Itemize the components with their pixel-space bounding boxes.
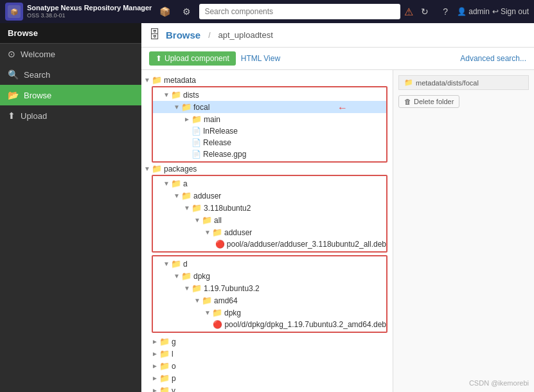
tree-label-packages: packages — [164, 165, 197, 174]
toggle-amd64[interactable]: ▼ — [194, 297, 202, 304]
sidebar-item-welcome[interactable]: ⊙ Welcome — [0, 44, 141, 64]
toggle-metadata[interactable]: ▼ — [144, 76, 152, 84]
tree-label-a: a — [183, 179, 188, 188]
toggle-dists[interactable]: ▼ — [163, 91, 171, 98]
home-icon-btn[interactable]: 📦 — [156, 3, 174, 21]
delete-folder-button[interactable]: 🗑 Delete folder — [398, 95, 459, 108]
tree-row-a[interactable]: ▼ 📁 a — [153, 177, 386, 190]
sidebar-item-browse[interactable]: 📂 Browse — [0, 85, 141, 105]
tree-label-v: v — [172, 386, 175, 393]
topnav-right: ⚠ ↻ ? 👤 admin ↩ Sign out — [404, 3, 529, 21]
tree-row-release-gpg[interactable]: 📄 Release.gpg — [153, 148, 386, 160]
tree-row-dists[interactable]: ▼ 📁 dists — [153, 89, 386, 101]
tree-label-1197: 1.19.7ubuntu3.2 — [204, 284, 260, 293]
html-view-button[interactable]: HTML View — [241, 54, 280, 63]
tree-row-amd64[interactable]: ▼ 📁 amd64 — [153, 294, 386, 307]
toggle-a[interactable]: ▼ — [163, 180, 171, 187]
folder-icon-adduser: 📁 — [181, 191, 191, 200]
tree-label-3118: 3.118ubuntu2 — [204, 204, 251, 213]
toggle-main[interactable]: ► — [184, 116, 191, 123]
tree-row-focal[interactable]: ▼ 📁 focal ← — [153, 101, 386, 113]
search-input[interactable] — [199, 4, 400, 19]
toggle-focal[interactable]: ▼ — [174, 103, 181, 111]
tree-row-adduser[interactable]: ▼ 📁 adduser — [153, 190, 386, 202]
tree-row-adduser2[interactable]: ▼ 📁 adduser — [153, 226, 386, 238]
right-panel: 📁 metadata/dists/focal 🗑 Delete folder — [393, 70, 534, 392]
tree-row-d[interactable]: ▼ 📁 d — [153, 258, 386, 270]
toggle-g[interactable]: ► — [152, 338, 159, 345]
tree-row-dpkg2[interactable]: ▼ 📁 dpkg — [153, 307, 386, 319]
sidebar-label-search: Search — [24, 70, 50, 80]
toggle-dpkg[interactable]: ▼ — [174, 272, 181, 280]
tree-label-adduser2: adduser — [224, 228, 252, 237]
refresh-icon[interactable]: ↻ — [416, 3, 434, 21]
tree-row-adduser-deb[interactable]: 🔴 pool/a/adduser/adduser_3.118ubuntu2_al… — [153, 238, 386, 250]
sidebar-item-search[interactable]: 🔍 Search — [0, 64, 141, 85]
tree-row-v[interactable]: ► 📁 v — [141, 384, 393, 392]
folder-icon-a: 📁 — [171, 179, 181, 188]
tree-row-dpkg[interactable]: ▼ 📁 dpkg — [153, 270, 386, 282]
upload-component-button[interactable]: ⬆ Upload component — [149, 51, 236, 66]
tree-label-dpkg-deb: pool/d/dpkg/dpkg_1.19.7ubuntu3.2_amd64.d… — [224, 320, 386, 329]
right-panel-folder-icon: 📁 — [404, 78, 413, 87]
tree-row-packages[interactable]: ▼ 📁 packages — [141, 163, 393, 175]
alert-icon[interactable]: ⚠ — [404, 6, 413, 18]
toggle-adduser[interactable]: ▼ — [174, 192, 181, 199]
folder-icon-focal: 📁 — [181, 102, 191, 112]
toggle-v[interactable]: ► — [152, 387, 159, 392]
tree-row-p[interactable]: ► 📁 p — [141, 372, 393, 384]
tree-row-release[interactable]: 📄 Release — [153, 137, 386, 148]
arrow-annotation: ← — [337, 102, 348, 114]
welcome-icon: ⊙ — [8, 49, 15, 59]
tree-row-metadata[interactable]: ▼ 📁 metadata — [141, 74, 393, 86]
folder-icon-p: 📁 — [159, 373, 170, 383]
toggle-dpkg2[interactable]: ▼ — [204, 309, 212, 316]
toggle-packages[interactable]: ▼ — [144, 165, 152, 172]
top-navigation: 📦 Sonatype Nexus Repository Manager OSS … — [0, 0, 534, 23]
tree-row-dpkg-deb[interactable]: 🔴 pool/d/dpkg/dpkg_1.19.7ubuntu3.2_amd64… — [153, 319, 386, 330]
right-panel-path: 📁 metadata/dists/focal — [398, 75, 529, 90]
folder-icon-3118: 📁 — [191, 203, 202, 213]
tree-row-main[interactable]: ► 📁 main — [153, 113, 386, 125]
upload-btn-icon: ⬆ — [156, 54, 162, 63]
toggle-release — [184, 139, 191, 147]
breadcrumb-sep: / — [208, 31, 210, 40]
signout-button[interactable]: ↩ Sign out — [492, 7, 529, 16]
folder-icon-v: 📁 — [159, 386, 170, 392]
toggle-d[interactable]: ▼ — [163, 260, 171, 267]
admin-text: admin — [468, 7, 490, 16]
toggle-1197[interactable]: ▼ — [184, 285, 191, 292]
toggle-l[interactable]: ► — [152, 350, 159, 357]
advanced-search-link[interactable]: Advanced search... — [460, 54, 526, 63]
trash-icon: 🗑 — [404, 98, 411, 105]
user-icon: 👤 — [457, 7, 467, 16]
toggle-all[interactable]: ▼ — [194, 217, 202, 224]
help-icon[interactable]: ? — [436, 3, 454, 21]
toggle-p[interactable]: ► — [152, 375, 159, 382]
tree-row-o[interactable]: ► 📁 o — [141, 360, 393, 372]
logo-icon: 📦 — [5, 3, 23, 21]
folder-icon-d: 📁 — [171, 259, 181, 269]
tree-row-1197[interactable]: ▼ 📁 1.19.7ubuntu3.2 — [153, 282, 386, 294]
tree-panel[interactable]: ▼ 📁 metadata ▼ 📁 dists — [141, 70, 393, 392]
action-bar: ⬆ Upload component HTML View Advanced se… — [141, 48, 534, 70]
package-icon-adduser-deb: 🔴 — [215, 240, 225, 249]
search-nav-icon: 🔍 — [8, 69, 19, 80]
toggle-inrelease — [184, 128, 191, 135]
tree-row-all[interactable]: ▼ 📁 all — [153, 214, 386, 226]
folder-icon-metadata: 📁 — [152, 75, 162, 85]
folder-icon-all: 📁 — [202, 215, 212, 225]
tree-label-d: d — [183, 260, 188, 269]
folder-icon-amd64: 📁 — [202, 296, 212, 305]
toggle-adduser2[interactable]: ▼ — [204, 229, 212, 236]
settings-icon-btn[interactable]: ⚙ — [177, 3, 195, 21]
toggle-3118[interactable]: ▼ — [184, 204, 191, 211]
tree-row-inrelease[interactable]: 📄 InRelease — [153, 125, 386, 137]
tree-row-g[interactable]: ► 📁 g — [141, 335, 393, 348]
app-title-block: Sonatype Nexus Repository Manager OSS 3.… — [27, 3, 152, 20]
tree-row-l[interactable]: ► 📁 l — [141, 348, 393, 360]
sidebar-item-upload[interactable]: ⬆ Upload — [0, 105, 141, 126]
app-logo: 📦 Sonatype Nexus Repository Manager OSS … — [5, 3, 152, 21]
tree-row-3118ubuntu2[interactable]: ▼ 📁 3.118ubuntu2 — [153, 202, 386, 214]
toggle-o[interactable]: ► — [152, 362, 159, 370]
